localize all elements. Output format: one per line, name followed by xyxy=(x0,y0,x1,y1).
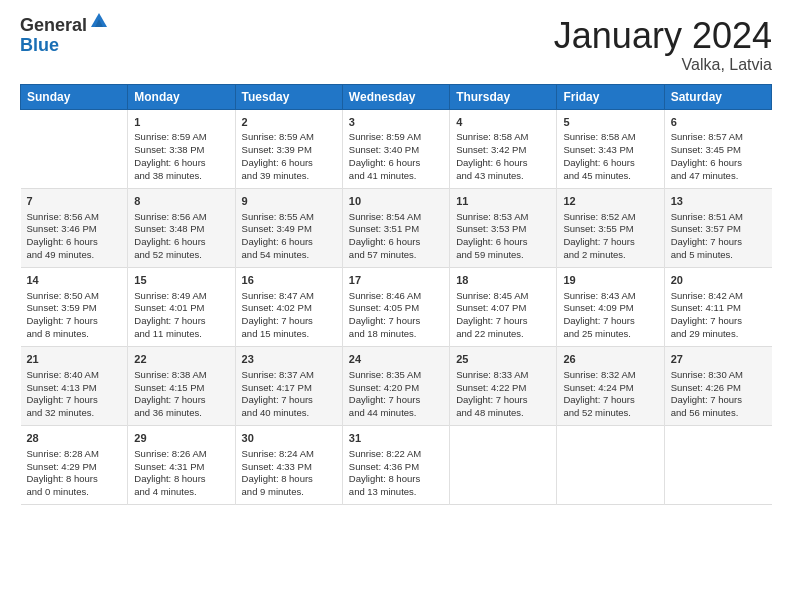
calendar-cell: 18Sunrise: 8:45 AM Sunset: 4:07 PM Dayli… xyxy=(450,267,557,346)
day-info: Sunrise: 8:38 AM Sunset: 4:15 PM Dayligh… xyxy=(134,369,228,420)
day-number: 10 xyxy=(349,194,443,209)
week-row-2: 7Sunrise: 8:56 AM Sunset: 3:46 PM Daylig… xyxy=(21,188,772,267)
day-info: Sunrise: 8:35 AM Sunset: 4:20 PM Dayligh… xyxy=(349,369,443,420)
week-row-3: 14Sunrise: 8:50 AM Sunset: 3:59 PM Dayli… xyxy=(21,267,772,346)
day-info: Sunrise: 8:55 AM Sunset: 3:49 PM Dayligh… xyxy=(242,211,336,262)
logo-general-text: General xyxy=(20,16,87,36)
day-number: 30 xyxy=(242,431,336,446)
calendar-cell: 13Sunrise: 8:51 AM Sunset: 3:57 PM Dayli… xyxy=(664,188,771,267)
week-row-5: 28Sunrise: 8:28 AM Sunset: 4:29 PM Dayli… xyxy=(21,425,772,504)
day-number: 14 xyxy=(27,273,122,288)
day-number: 2 xyxy=(242,115,336,130)
calendar-cell xyxy=(664,425,771,504)
col-header-thursday: Thursday xyxy=(450,84,557,109)
col-header-monday: Monday xyxy=(128,84,235,109)
col-header-friday: Friday xyxy=(557,84,664,109)
calendar-cell: 6Sunrise: 8:57 AM Sunset: 3:45 PM Daylig… xyxy=(664,109,771,188)
day-number: 13 xyxy=(671,194,766,209)
day-info: Sunrise: 8:37 AM Sunset: 4:17 PM Dayligh… xyxy=(242,369,336,420)
day-info: Sunrise: 8:42 AM Sunset: 4:11 PM Dayligh… xyxy=(671,290,766,341)
title-section: January 2024 Valka, Latvia xyxy=(554,16,772,74)
day-info: Sunrise: 8:52 AM Sunset: 3:55 PM Dayligh… xyxy=(563,211,657,262)
calendar-cell: 30Sunrise: 8:24 AM Sunset: 4:33 PM Dayli… xyxy=(235,425,342,504)
day-info: Sunrise: 8:40 AM Sunset: 4:13 PM Dayligh… xyxy=(27,369,122,420)
calendar-cell: 26Sunrise: 8:32 AM Sunset: 4:24 PM Dayli… xyxy=(557,346,664,425)
day-info: Sunrise: 8:47 AM Sunset: 4:02 PM Dayligh… xyxy=(242,290,336,341)
day-number: 31 xyxy=(349,431,443,446)
day-info: Sunrise: 8:32 AM Sunset: 4:24 PM Dayligh… xyxy=(563,369,657,420)
calendar-cell: 19Sunrise: 8:43 AM Sunset: 4:09 PM Dayli… xyxy=(557,267,664,346)
calendar-cell: 15Sunrise: 8:49 AM Sunset: 4:01 PM Dayli… xyxy=(128,267,235,346)
calendar-cell: 27Sunrise: 8:30 AM Sunset: 4:26 PM Dayli… xyxy=(664,346,771,425)
day-number: 22 xyxy=(134,352,228,367)
day-info: Sunrise: 8:43 AM Sunset: 4:09 PM Dayligh… xyxy=(563,290,657,341)
day-info: Sunrise: 8:26 AM Sunset: 4:31 PM Dayligh… xyxy=(134,448,228,499)
logo-blue-text: Blue xyxy=(20,36,109,56)
calendar-cell: 1Sunrise: 8:59 AM Sunset: 3:38 PM Daylig… xyxy=(128,109,235,188)
calendar-cell: 24Sunrise: 8:35 AM Sunset: 4:20 PM Dayli… xyxy=(342,346,449,425)
calendar-cell xyxy=(557,425,664,504)
calendar-cell: 12Sunrise: 8:52 AM Sunset: 3:55 PM Dayli… xyxy=(557,188,664,267)
calendar-cell: 3Sunrise: 8:59 AM Sunset: 3:40 PM Daylig… xyxy=(342,109,449,188)
day-number: 29 xyxy=(134,431,228,446)
col-header-saturday: Saturday xyxy=(664,84,771,109)
day-number: 3 xyxy=(349,115,443,130)
calendar-cell: 7Sunrise: 8:56 AM Sunset: 3:46 PM Daylig… xyxy=(21,188,128,267)
day-number: 16 xyxy=(242,273,336,288)
day-number: 20 xyxy=(671,273,766,288)
calendar-cell xyxy=(21,109,128,188)
day-number: 4 xyxy=(456,115,550,130)
week-row-4: 21Sunrise: 8:40 AM Sunset: 4:13 PM Dayli… xyxy=(21,346,772,425)
day-number: 28 xyxy=(27,431,122,446)
day-info: Sunrise: 8:58 AM Sunset: 3:42 PM Dayligh… xyxy=(456,131,550,182)
day-number: 24 xyxy=(349,352,443,367)
calendar-cell: 22Sunrise: 8:38 AM Sunset: 4:15 PM Dayli… xyxy=(128,346,235,425)
day-info: Sunrise: 8:51 AM Sunset: 3:57 PM Dayligh… xyxy=(671,211,766,262)
day-number: 21 xyxy=(27,352,122,367)
day-info: Sunrise: 8:45 AM Sunset: 4:07 PM Dayligh… xyxy=(456,290,550,341)
day-number: 8 xyxy=(134,194,228,209)
day-info: Sunrise: 8:53 AM Sunset: 3:53 PM Dayligh… xyxy=(456,211,550,262)
calendar-cell: 31Sunrise: 8:22 AM Sunset: 4:36 PM Dayli… xyxy=(342,425,449,504)
day-info: Sunrise: 8:56 AM Sunset: 3:46 PM Dayligh… xyxy=(27,211,122,262)
day-info: Sunrise: 8:22 AM Sunset: 4:36 PM Dayligh… xyxy=(349,448,443,499)
day-info: Sunrise: 8:28 AM Sunset: 4:29 PM Dayligh… xyxy=(27,448,122,499)
calendar-cell: 29Sunrise: 8:26 AM Sunset: 4:31 PM Dayli… xyxy=(128,425,235,504)
calendar-cell: 20Sunrise: 8:42 AM Sunset: 4:11 PM Dayli… xyxy=(664,267,771,346)
day-info: Sunrise: 8:54 AM Sunset: 3:51 PM Dayligh… xyxy=(349,211,443,262)
day-number: 6 xyxy=(671,115,766,130)
day-info: Sunrise: 8:33 AM Sunset: 4:22 PM Dayligh… xyxy=(456,369,550,420)
day-number: 11 xyxy=(456,194,550,209)
calendar-cell: 21Sunrise: 8:40 AM Sunset: 4:13 PM Dayli… xyxy=(21,346,128,425)
day-number: 27 xyxy=(671,352,766,367)
week-row-1: 1Sunrise: 8:59 AM Sunset: 3:38 PM Daylig… xyxy=(21,109,772,188)
month-title: January 2024 xyxy=(554,16,772,56)
day-number: 18 xyxy=(456,273,550,288)
calendar-cell: 5Sunrise: 8:58 AM Sunset: 3:43 PM Daylig… xyxy=(557,109,664,188)
calendar-cell: 8Sunrise: 8:56 AM Sunset: 3:48 PM Daylig… xyxy=(128,188,235,267)
day-number: 23 xyxy=(242,352,336,367)
day-number: 25 xyxy=(456,352,550,367)
header: General Blue January 2024 Valka, Latvia xyxy=(20,16,772,74)
day-info: Sunrise: 8:50 AM Sunset: 3:59 PM Dayligh… xyxy=(27,290,122,341)
calendar-cell: 10Sunrise: 8:54 AM Sunset: 3:51 PM Dayli… xyxy=(342,188,449,267)
day-info: Sunrise: 8:57 AM Sunset: 3:45 PM Dayligh… xyxy=(671,131,766,182)
day-info: Sunrise: 8:59 AM Sunset: 3:40 PM Dayligh… xyxy=(349,131,443,182)
day-number: 12 xyxy=(563,194,657,209)
calendar-header-row: SundayMondayTuesdayWednesdayThursdayFrid… xyxy=(21,84,772,109)
day-info: Sunrise: 8:24 AM Sunset: 4:33 PM Dayligh… xyxy=(242,448,336,499)
calendar-cell: 25Sunrise: 8:33 AM Sunset: 4:22 PM Dayli… xyxy=(450,346,557,425)
day-number: 17 xyxy=(349,273,443,288)
logo-icon xyxy=(89,11,109,31)
day-info: Sunrise: 8:59 AM Sunset: 3:38 PM Dayligh… xyxy=(134,131,228,182)
day-number: 9 xyxy=(242,194,336,209)
calendar-cell: 16Sunrise: 8:47 AM Sunset: 4:02 PM Dayli… xyxy=(235,267,342,346)
calendar-table: SundayMondayTuesdayWednesdayThursdayFrid… xyxy=(20,84,772,505)
day-number: 1 xyxy=(134,115,228,130)
calendar-cell: 23Sunrise: 8:37 AM Sunset: 4:17 PM Dayli… xyxy=(235,346,342,425)
calendar-cell xyxy=(450,425,557,504)
day-number: 5 xyxy=(563,115,657,130)
day-info: Sunrise: 8:46 AM Sunset: 4:05 PM Dayligh… xyxy=(349,290,443,341)
day-number: 7 xyxy=(27,194,122,209)
day-info: Sunrise: 8:30 AM Sunset: 4:26 PM Dayligh… xyxy=(671,369,766,420)
